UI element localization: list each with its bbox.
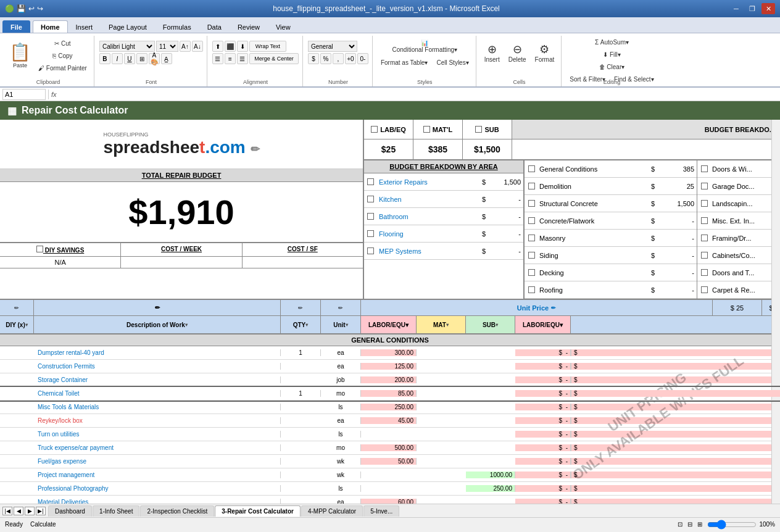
align-left-button[interactable]: ☰ xyxy=(212,53,223,64)
tab-insert[interactable]: Insert xyxy=(68,20,101,33)
quick-access-redo[interactable]: ↪ xyxy=(37,4,43,13)
bba-check-kitchen[interactable] xyxy=(367,196,374,202)
tab-mpp[interactable]: 4-MPP Calculator xyxy=(301,505,363,517)
decimal-down-button[interactable]: 0- xyxy=(357,53,368,64)
vertical-scrollbar[interactable] xyxy=(771,120,780,504)
cell-styles-button[interactable]: Cell Styles▾ xyxy=(433,57,471,68)
align-center-button[interactable]: ≡ xyxy=(225,53,236,64)
minimize-button[interactable]: ─ xyxy=(729,3,743,14)
bb-check-framing[interactable] xyxy=(701,235,708,241)
bba-check-bathroom[interactable] xyxy=(367,213,374,220)
sub-checkbox[interactable] xyxy=(475,126,482,133)
tab-invest[interactable]: 5-Inve... xyxy=(363,505,399,517)
quick-access-undo[interactable]: ↩ xyxy=(28,4,35,13)
font-size-select[interactable]: 11 xyxy=(156,41,178,52)
tab-info-sheet[interactable]: 1-Info Sheet xyxy=(93,505,139,517)
bb-check-garage[interactable] xyxy=(701,183,708,189)
sort-filter-button[interactable]: Sort & Filter▾ xyxy=(566,74,608,85)
copy-button[interactable]: ⎘ Copy xyxy=(35,51,90,61)
matl-checkbox[interactable] xyxy=(423,126,430,133)
tab-file[interactable]: File xyxy=(2,20,30,33)
bb-check-roofing[interactable] xyxy=(528,286,535,293)
tab-next-button[interactable]: ▶ xyxy=(25,507,35,515)
bba-check-mep[interactable] xyxy=(367,247,374,254)
tab-last-button[interactable]: ▶| xyxy=(36,507,46,515)
autosum-button[interactable]: Σ AutoSum▾ xyxy=(566,37,657,48)
format-painter-button[interactable]: 🖌 Format Painter xyxy=(35,63,90,73)
align-bottom-button[interactable]: ⬇ xyxy=(237,41,248,52)
tab-first-button[interactable]: |◀ xyxy=(2,507,12,515)
align-right-button[interactable]: ☰ xyxy=(237,53,248,64)
tab-formulas[interactable]: Formulas xyxy=(155,20,199,33)
close-button[interactable]: ✕ xyxy=(761,3,775,14)
merge-center-button[interactable]: Merge & Center xyxy=(249,53,299,64)
bb-check-masonry[interactable] xyxy=(528,235,535,241)
align-middle-button[interactable]: ⬛ xyxy=(225,41,236,52)
bba-check-exterior[interactable] xyxy=(367,178,374,185)
font-shrink-button[interactable]: A↓ xyxy=(192,41,203,52)
bb-check-doors-wi[interactable] xyxy=(701,165,708,172)
percent-button[interactable]: % xyxy=(320,53,331,64)
clear-button[interactable]: 🗑 Clear▾ xyxy=(566,62,657,72)
tab-repair-cost[interactable]: 3-Repair Cost Calculator xyxy=(215,505,301,517)
number-format-select[interactable]: General xyxy=(308,41,357,52)
fill-button[interactable]: ⬇ Fill▾ xyxy=(566,49,657,60)
bb-check-siding[interactable] xyxy=(528,252,535,259)
cut-button[interactable]: ✂ Cut xyxy=(35,38,90,49)
align-top-button[interactable]: ⬆ xyxy=(212,41,223,52)
format-table-button[interactable]: Format as Table▾ xyxy=(378,57,431,68)
formula-input[interactable] xyxy=(59,89,778,100)
fill-color-button[interactable]: A🎨 xyxy=(149,53,160,64)
quick-access-save[interactable]: 💾 xyxy=(17,4,26,13)
qty-dropdown[interactable]: ▾ xyxy=(305,322,308,328)
bb-check-concrete[interactable] xyxy=(528,217,535,224)
mat-dropdown[interactable]: ▾ xyxy=(446,322,449,328)
decimal-up-button[interactable]: +0 xyxy=(345,53,356,64)
underline-button[interactable]: U xyxy=(124,53,135,64)
tab-inspection[interactable]: 2-Inspection Checklist xyxy=(140,505,214,517)
tab-review[interactable]: Review xyxy=(230,20,268,33)
insert-cells-button[interactable]: ⊕Insert xyxy=(481,41,503,65)
cell-reference-input[interactable] xyxy=(2,89,46,100)
tab-data[interactable]: Data xyxy=(199,20,230,33)
bb-check-doors-and[interactable] xyxy=(701,269,708,276)
delete-cells-button[interactable]: ⊖Delete xyxy=(505,41,529,65)
bb-check-landscaping[interactable] xyxy=(701,200,708,207)
bb-check-general[interactable] xyxy=(528,165,535,172)
diy-checkbox[interactable] xyxy=(36,246,43,252)
page-layout-view-button[interactable]: ⊟ xyxy=(687,521,692,528)
tab-home[interactable]: Home xyxy=(33,20,68,33)
borders-button[interactable]: ⊞ xyxy=(136,53,147,64)
bb-check-decking[interactable] xyxy=(528,269,535,276)
italic-button[interactable]: I xyxy=(112,53,123,64)
restore-button[interactable]: ❐ xyxy=(745,3,759,14)
font-grow-button[interactable]: A↑ xyxy=(180,41,191,52)
bb-check-misc-ext[interactable] xyxy=(701,217,708,224)
tab-prev-button[interactable]: ◀ xyxy=(14,507,23,515)
paste-button[interactable]: 📋 Paste xyxy=(6,41,34,69)
bb-check-carpet[interactable] xyxy=(701,286,708,293)
bba-check-flooring[interactable] xyxy=(367,230,374,237)
sub-dropdown[interactable]: ▾ xyxy=(496,322,498,328)
conditional-formatting-button[interactable]: 📊Conditional Formatting▾ xyxy=(378,38,472,55)
tab-dashboard[interactable]: Dashboard xyxy=(48,505,92,517)
currency-button[interactable]: $ xyxy=(308,53,319,64)
page-break-view-button[interactable]: ⊞ xyxy=(697,521,702,528)
lab-eq-checkbox[interactable] xyxy=(371,126,378,133)
zoom-slider[interactable] xyxy=(707,520,757,530)
normal-view-button[interactable]: ⊡ xyxy=(678,521,682,528)
comma-button[interactable]: , xyxy=(333,53,344,64)
tab-page-layout[interactable]: Page Layout xyxy=(101,20,155,33)
bb-check-demo[interactable] xyxy=(528,183,535,189)
wrap-text-button[interactable]: Wrap Text xyxy=(249,41,286,52)
unit-dropdown[interactable]: ▾ xyxy=(346,322,348,328)
bb-check-cabinets[interactable] xyxy=(701,252,708,259)
format-cells-button[interactable]: ⚙Format xyxy=(532,41,558,65)
diy-dropdown[interactable]: ▾ xyxy=(25,322,28,328)
font-color-button[interactable]: A̲ xyxy=(161,53,172,64)
desc-dropdown[interactable]: ▾ xyxy=(185,322,188,328)
tab-view[interactable]: View xyxy=(268,20,299,33)
font-name-select[interactable]: Calibri Light xyxy=(99,41,155,52)
bb-check-structural[interactable] xyxy=(528,200,535,207)
bold-button[interactable]: B xyxy=(99,53,110,64)
